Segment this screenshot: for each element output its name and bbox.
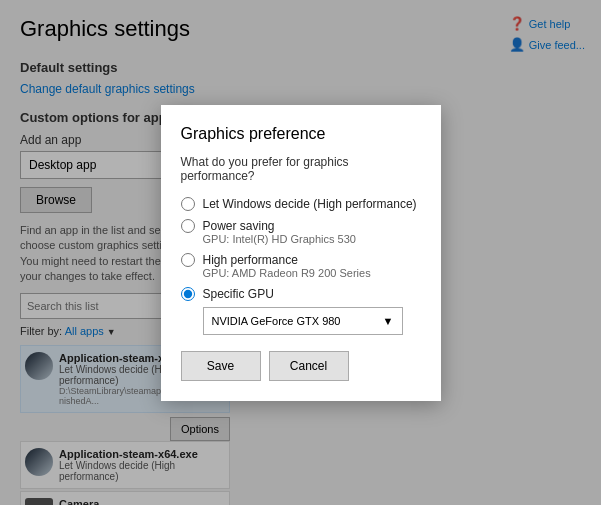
- radio-sub-power-saving: GPU: Intel(R) HD Graphics 530: [203, 233, 421, 245]
- modal-question: What do you prefer for graphics performa…: [181, 155, 421, 183]
- radio-label-specific-gpu: Specific GPU: [203, 287, 274, 301]
- radio-specific-gpu[interactable]: [181, 287, 195, 301]
- graphics-preference-modal: Graphics preference What do you prefer f…: [161, 105, 441, 401]
- radio-power-saving[interactable]: [181, 219, 195, 233]
- modal-buttons: Save Cancel: [181, 351, 421, 381]
- modal-overlay: Graphics preference What do you prefer f…: [0, 0, 601, 505]
- radio-item-power-saving: Power saving GPU: Intel(R) HD Graphics 5…: [181, 219, 421, 245]
- radio-label-windows-decide: Let Windows decide (High performance): [203, 197, 417, 211]
- gpu-dropdown-row: NVIDIA GeForce GTX 980 ▼: [203, 307, 421, 335]
- gpu-dropdown-chevron-icon: ▼: [383, 315, 394, 327]
- radio-high-performance[interactable]: [181, 253, 195, 267]
- radio-item-windows-decide: Let Windows decide (High performance): [181, 197, 421, 211]
- radio-item-high-performance: High performance GPU: AMD Radeon R9 200 …: [181, 253, 421, 279]
- radio-label-high-performance: High performance: [203, 253, 298, 267]
- radio-item-specific-gpu: Specific GPU NVIDIA GeForce GTX 980 ▼: [181, 287, 421, 335]
- gpu-dropdown-value: NVIDIA GeForce GTX 980: [212, 315, 341, 327]
- radio-label-power-saving: Power saving: [203, 219, 275, 233]
- radio-windows-decide[interactable]: [181, 197, 195, 211]
- modal-title: Graphics preference: [181, 125, 421, 143]
- save-button[interactable]: Save: [181, 351, 261, 381]
- cancel-button[interactable]: Cancel: [269, 351, 349, 381]
- gpu-dropdown[interactable]: NVIDIA GeForce GTX 980 ▼: [203, 307, 403, 335]
- radio-group: Let Windows decide (High performance) Po…: [181, 197, 421, 335]
- radio-sub-high-performance: GPU: AMD Radeon R9 200 Series: [203, 267, 421, 279]
